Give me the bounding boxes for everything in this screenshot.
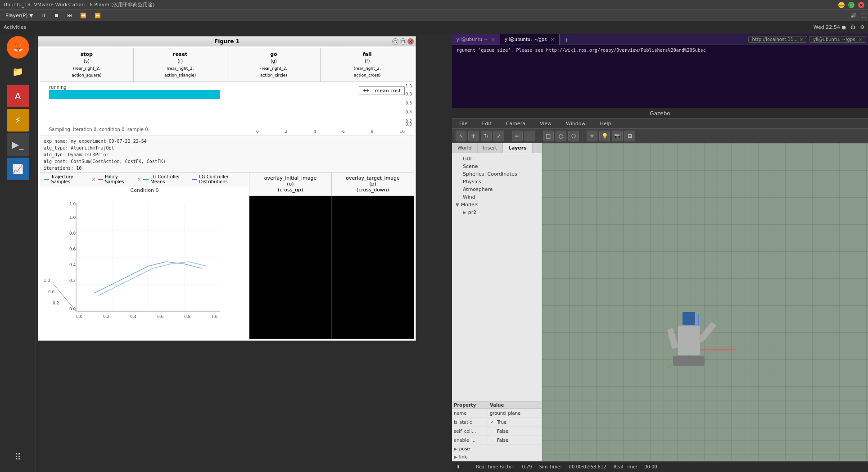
overlay-initial-key: (o)	[251, 181, 330, 187]
url-bar-1-close[interactable]: ×	[800, 37, 803, 42]
sidebar-apps[interactable]: ⠿	[7, 446, 29, 468]
gazebo-insert-tab[interactable]: Insert	[478, 143, 503, 153]
tree-gui[interactable]: GUI	[454, 155, 540, 163]
prop-pose-row[interactable]: ▶ pose	[452, 445, 542, 453]
toolbar-sphere-btn[interactable]: ○	[556, 131, 566, 141]
url-bar-1[interactable]: http://localhost:11... ×	[748, 36, 808, 43]
figure-hide-btn[interactable]: ○	[392, 38, 398, 45]
tree-physics[interactable]: Physics	[454, 178, 540, 186]
sidebar-app1[interactable]: A	[7, 85, 29, 107]
go-action-btn[interactable]: go (g) (rear_right_2,action_circle)	[227, 48, 321, 82]
info-panel: exp_name: my_experiment_09-07-22_22-54 a…	[40, 136, 414, 172]
prop-self-coll-value[interactable]: False	[488, 429, 542, 434]
gazebo-help-menu[interactable]: Help	[596, 120, 615, 127]
tree-wind[interactable]: Wind	[454, 193, 540, 201]
gazebo-camera-menu[interactable]: Camera	[502, 120, 529, 127]
sidebar-files[interactable]: 📁	[7, 60, 29, 83]
prop-link-row[interactable]: ▶ link	[452, 453, 542, 461]
reset-action-btn[interactable]: reset (r) (rear_right_2,action_triangle)	[134, 48, 227, 82]
toolbar-light-spot-btn[interactable]: 💡	[599, 131, 610, 141]
forward-btn[interactable]: ⏩	[91, 12, 104, 19]
tree-models[interactable]: ▼Models	[454, 201, 540, 209]
terminal-tab-1[interactable]: yll@ubuntu:~ ×	[452, 34, 500, 45]
terminal-tab-2[interactable]: yll@ubuntu: ~/gps ×	[500, 34, 560, 45]
enable-checkbox[interactable]	[490, 438, 495, 443]
lg-means-line-icon	[143, 179, 149, 180]
overlay-target-binding: (cross_down)	[334, 187, 412, 193]
maximize-button[interactable]: □	[848, 2, 854, 8]
gazebo-main: World Insert Layers GUI Scene Spherical …	[452, 143, 868, 461]
stop-action-btn[interactable]: stop (s) (rear_right_2,action_square)	[40, 48, 134, 82]
toolbar-light-sun-btn[interactable]: ☀	[587, 131, 597, 141]
stop-btn[interactable]: ⏹	[50, 12, 63, 19]
minimize-button[interactable]: ─	[838, 2, 845, 8]
self-coll-checkbox[interactable]	[490, 429, 495, 434]
url-bar-2[interactable]: yll@ubuntu: ~/gps ×	[809, 36, 866, 43]
figure-window: Figure 1 ○ □ × stop (s) (rear_right_2,ac…	[38, 36, 416, 341]
svg-text:0.4: 0.4	[130, 314, 137, 319]
fullscreen-icon: ⛶	[861, 13, 866, 18]
3d-chart-svg: 1.0 1.0 0.8 0.6 0.4 0.2 0.0 0.0 0.2 0.	[40, 194, 247, 327]
gazebo-tree: GUI Scene Spherical Coordinates Physics …	[452, 153, 542, 401]
gazebo-window-menu[interactable]: Window	[562, 120, 589, 127]
toolbar-cylinder-btn[interactable]: ⬡	[568, 131, 579, 141]
gazebo-tabs: World Insert Layers	[452, 143, 542, 153]
terminal-tab-2-close[interactable]: ×	[550, 36, 554, 42]
sidebar-terminal[interactable]: ▶_	[7, 133, 29, 156]
url-bar-1-text: http://localhost:11...	[752, 37, 798, 42]
toolbar-undo-btn[interactable]: ↩	[512, 131, 523, 141]
right-panel: yll@ubuntu:~ × yll@ubuntu: ~/gps × + htt…	[452, 34, 868, 472]
svg-text:0.0: 0.0	[69, 307, 76, 311]
activities-label[interactable]: Activities	[4, 24, 26, 30]
figure-resize-btn[interactable]: □	[400, 38, 406, 45]
close-button[interactable]: ×	[858, 2, 864, 8]
toolbar-box-btn[interactable]: □	[543, 131, 554, 141]
rewind-btn[interactable]: ⏪	[77, 12, 90, 19]
sidebar-firefox[interactable]: 🦊	[7, 36, 29, 59]
next-btn[interactable]: ⏭	[63, 12, 76, 19]
y-label-1.0: 1.0	[406, 84, 412, 88]
action-buttons-row: stop (s) (rear_right_2,action_square) re…	[40, 48, 414, 82]
gazebo-file-menu[interactable]: File	[456, 120, 471, 127]
player-menu[interactable]: Player(P) ▼	[2, 12, 36, 19]
toolbar-select-btn[interactable]: ↖	[456, 131, 466, 141]
toolbar-sep-1	[508, 132, 508, 141]
robot	[673, 326, 705, 366]
url-bar-2-close[interactable]: ×	[859, 37, 862, 42]
toolbar-scale-btn[interactable]: ⤢	[493, 131, 504, 141]
figure-titlebar-buttons: ○ □ ×	[392, 38, 414, 45]
tree-pr2[interactable]: ▶pr2	[454, 209, 540, 216]
terminal-tabs-bar: yll@ubuntu:~ × yll@ubuntu: ~/gps × + htt…	[452, 34, 868, 45]
figure-close-btn[interactable]: ×	[407, 38, 414, 45]
is-static-checkbox[interactable]	[490, 420, 495, 425]
pause-btn[interactable]: ⏸	[37, 12, 50, 19]
fail-action-btn[interactable]: fail (f) (rear_right_2,action_cross)	[321, 48, 414, 82]
toolbar-rotate-btn[interactable]: ↻	[481, 131, 492, 141]
prop-pose-label: pose	[459, 446, 470, 451]
sidebar-app2[interactable]: ⚡	[7, 109, 29, 132]
terminal-text: rgument 'queue_size'. Please see http://…	[457, 48, 863, 53]
overlay-target-header: overlay_target_image (p) (cross_down)	[332, 172, 414, 195]
toolbar-translate-btn[interactable]: ✛	[468, 131, 479, 141]
svg-text:0.2: 0.2	[69, 278, 76, 283]
sidebar-chart[interactable]: 📈	[7, 158, 29, 180]
gazebo-edit-menu[interactable]: Edit	[478, 120, 495, 127]
new-terminal-tab-btn[interactable]: +	[561, 36, 572, 43]
gazebo-world-tab[interactable]: World	[452, 143, 478, 153]
gazebo-titlebar: Gazebo	[452, 108, 868, 119]
prop-is-static-value[interactable]: True	[488, 420, 542, 425]
info-alg-dyn: alg_dyn: DynamicsLRPrior	[44, 151, 410, 158]
tree-spherical[interactable]: Spherical Coordinates	[454, 170, 540, 178]
pose-arrow: ▶	[454, 446, 457, 451]
info-alg-cost: alg_cost: CostSum(CostAction, CostFK, Co…	[44, 158, 410, 165]
gazebo-pause-btn[interactable]: ⏸	[456, 464, 460, 469]
tree-atmosphere[interactable]: Atmosphere	[454, 186, 540, 193]
toolbar-grid-btn[interactable]: ⊞	[624, 131, 635, 141]
gazebo-view-menu[interactable]: View	[536, 120, 555, 127]
prop-name-value: ground_plane	[488, 411, 542, 416]
toolbar-screenshot-btn[interactable]: 📷	[612, 131, 623, 141]
gazebo-layers-tab[interactable]: Layers	[503, 143, 533, 153]
terminal-tab-1-close[interactable]: ×	[491, 36, 495, 42]
prop-enable-value[interactable]: False	[488, 438, 542, 443]
tree-scene[interactable]: Scene	[454, 163, 540, 170]
